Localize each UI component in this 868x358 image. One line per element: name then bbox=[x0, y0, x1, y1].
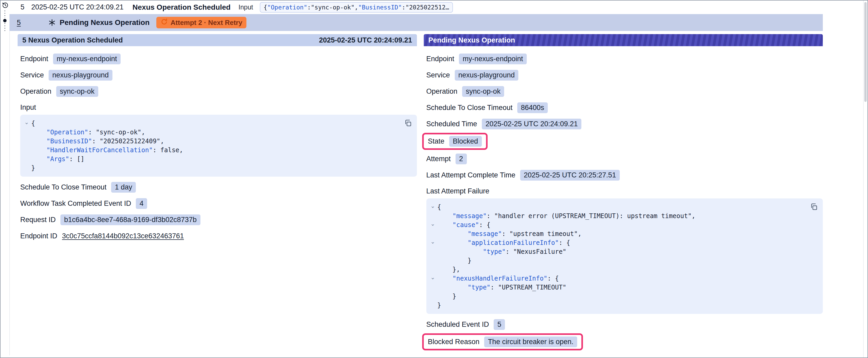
scrollbar[interactable] bbox=[863, 1, 867, 357]
field-schedule-to-close-timeout: Schedule To Close Timeout86400s bbox=[426, 102, 823, 113]
code-gutter bbox=[22, 137, 31, 146]
code-line: "Operation": "sync-op-ok", bbox=[22, 128, 401, 137]
input-preview-chip[interactable]: {"Operation":"sync-op-ok","BusinessID":"… bbox=[260, 2, 453, 12]
event-timestamp: 2025-02-25 UTC 20:24:09.21 bbox=[31, 3, 123, 11]
pending-nexus-operation-row[interactable]: 5 Pending Nexus Operation Attempt 2 · Ne… bbox=[9, 14, 823, 31]
code-gutter bbox=[429, 283, 437, 292]
code-line: "message": "handler error (UPSTREAM_TIME… bbox=[429, 211, 807, 221]
copy-icon bbox=[404, 119, 412, 127]
code-line: } bbox=[429, 256, 807, 265]
field-value: sync-op-ok bbox=[462, 86, 504, 97]
field-label: Endpoint ID bbox=[20, 232, 57, 240]
collapse-chevron-icon[interactable] bbox=[429, 238, 437, 247]
code-line: } bbox=[22, 164, 401, 172]
input-json-code: { "Operation": "sync-op-ok", "BusinessID… bbox=[22, 119, 401, 172]
field-value[interactable]: 3c0c75ccfa8144b092c13ce632463761 bbox=[62, 232, 184, 240]
field-scheduled-time: Scheduled Time2025-02-25 UTC 20:24:09.21 bbox=[426, 118, 823, 130]
event-title: Nexus Operation Scheduled bbox=[132, 3, 230, 11]
panel-title: Pending Nexus Operation bbox=[429, 36, 515, 44]
code-gutter bbox=[429, 256, 437, 265]
field-label: Operation bbox=[20, 88, 52, 96]
collapse-chevron-icon[interactable] bbox=[429, 274, 437, 283]
code-line: "nexusHandlerFailureInfo": { bbox=[429, 274, 807, 283]
code-gutter bbox=[429, 211, 437, 221]
panel-title: 5 Nexus Operation Scheduled bbox=[22, 36, 123, 44]
timeline-dotted-line bbox=[4, 10, 5, 18]
failure-json-code: { "message": "handler error (UPSTREAM_TI… bbox=[429, 203, 807, 310]
pending-event-id-link[interactable]: 5 bbox=[17, 19, 21, 27]
pending-panel-body: Endpointmy-nexus-endpointServicenexus-pl… bbox=[424, 46, 823, 349]
collapse-chevron-icon[interactable] bbox=[429, 221, 437, 229]
field-value: b1c6a4bc-8ee7-468a-9169-df3b02c8737b bbox=[60, 215, 200, 225]
timeline-column bbox=[1, 1, 9, 357]
copy-icon bbox=[810, 203, 818, 211]
timeline-dot bbox=[3, 19, 6, 22]
code-gutter bbox=[429, 247, 437, 256]
field-value: nexus-playground bbox=[49, 70, 113, 80]
field-service: Servicenexus-playground bbox=[20, 69, 417, 81]
field-value: my-nexus-endpoint bbox=[459, 54, 527, 64]
collapse-chevron-icon[interactable] bbox=[429, 203, 437, 211]
code-gutter bbox=[429, 265, 437, 274]
event-row-nexus-operation-scheduled[interactable]: 5 2025-02-25 UTC 20:24:09.21 Nexus Opera… bbox=[9, 1, 823, 14]
annotation-highlight: StateBlocked bbox=[422, 133, 488, 150]
field-value: 5 bbox=[494, 319, 505, 330]
field-label: Scheduled Event ID bbox=[426, 321, 489, 329]
field-group-bottom: Scheduled Event ID5Blocked ReasonThe cir… bbox=[426, 319, 823, 349]
copy-button[interactable] bbox=[809, 202, 819, 213]
field-last-attempt-complete-time: Last Attempt Complete Time2025-02-25 UTC… bbox=[426, 169, 823, 181]
field-blocked-reason: Blocked ReasonThe circuit breaker is ope… bbox=[426, 335, 823, 349]
field-label: Request ID bbox=[20, 216, 56, 224]
field-value: my-nexus-endpoint bbox=[53, 54, 121, 64]
retry-badge-label: Attempt 2 · Next Retry bbox=[170, 19, 242, 27]
field-value: 2 bbox=[456, 154, 467, 164]
collapse-chevron-icon[interactable] bbox=[22, 119, 31, 128]
pending-operation-title: Pending Nexus Operation bbox=[60, 19, 150, 27]
failure-section-label: Last Attempt Failure bbox=[426, 187, 823, 195]
field-attempt: Attempt2 bbox=[426, 153, 823, 165]
field-workflow-task-completed-event-id: Workflow Task Completed Event ID4 bbox=[20, 198, 417, 209]
field-value: 4 bbox=[136, 198, 147, 209]
field-label: Service bbox=[426, 71, 450, 79]
pending-nexus-operation-panel: Pending Nexus Operation Endpointmy-nexus… bbox=[424, 34, 823, 355]
code-line: { bbox=[22, 119, 401, 128]
timeline-dotted-line bbox=[4, 23, 5, 33]
field-value: The circuit breaker is open. bbox=[484, 336, 577, 347]
history-icon[interactable] bbox=[2, 2, 9, 10]
field-endpoint: Endpointmy-nexus-endpoint bbox=[426, 53, 823, 65]
field-value: 1 day bbox=[111, 182, 136, 193]
code-line: "type": "UPSTREAM_TIMEOUT" bbox=[429, 283, 807, 292]
annotation-highlight: Blocked ReasonThe circuit breaker is ope… bbox=[422, 333, 583, 350]
workflow-event-history-page: 5 2025-02-25 UTC 20:24:09.21 Nexus Opera… bbox=[0, 0, 868, 358]
code-line: "type": "NexusFailure" bbox=[429, 247, 807, 256]
field-label: Endpoint bbox=[426, 55, 455, 63]
input-label: Input bbox=[239, 3, 253, 11]
code-line: }, bbox=[429, 265, 807, 274]
field-value: 86400s bbox=[517, 102, 548, 113]
input-json-viewer: { "Operation": "sync-op-ok", "BusinessID… bbox=[20, 115, 417, 176]
field-label: Blocked Reason bbox=[428, 338, 480, 346]
field-scheduled-event-id: Scheduled Event ID5 bbox=[426, 319, 823, 330]
code-gutter bbox=[429, 292, 437, 301]
code-gutter bbox=[429, 229, 437, 238]
field-state: StateBlocked bbox=[426, 134, 823, 148]
field-label: Scheduled Time bbox=[426, 120, 477, 128]
field-value: sync-op-ok bbox=[56, 86, 98, 97]
code-line: "BusinessID": "20250225122409", bbox=[22, 137, 401, 146]
copy-button[interactable] bbox=[403, 118, 413, 129]
pending-panel-header: Pending Nexus Operation bbox=[424, 34, 823, 46]
code-gutter bbox=[22, 128, 31, 137]
field-label: Schedule To Close Timeout bbox=[426, 104, 513, 112]
code-line: "Args": [] bbox=[22, 155, 401, 164]
event-id-link[interactable]: 5 bbox=[21, 3, 25, 11]
field-schedule-to-close-timeout: Schedule To Close Timeout1 day bbox=[20, 182, 417, 193]
event-details: 5 Nexus Operation Scheduled 2025-02-25 U… bbox=[9, 31, 823, 355]
field-endpoint: Endpointmy-nexus-endpoint bbox=[20, 53, 417, 65]
field-label: Endpoint bbox=[20, 55, 48, 63]
scrollbar-thumb[interactable] bbox=[864, 2, 867, 102]
scheduled-panel-body: Endpointmy-nexus-endpointServicenexus-pl… bbox=[18, 46, 417, 242]
field-operation: Operationsync-op-ok bbox=[20, 86, 417, 97]
code-gutter bbox=[22, 155, 31, 164]
field-value: 2025-02-25 UTC 20:25:27.51 bbox=[520, 170, 620, 181]
code-line: } bbox=[429, 301, 807, 310]
